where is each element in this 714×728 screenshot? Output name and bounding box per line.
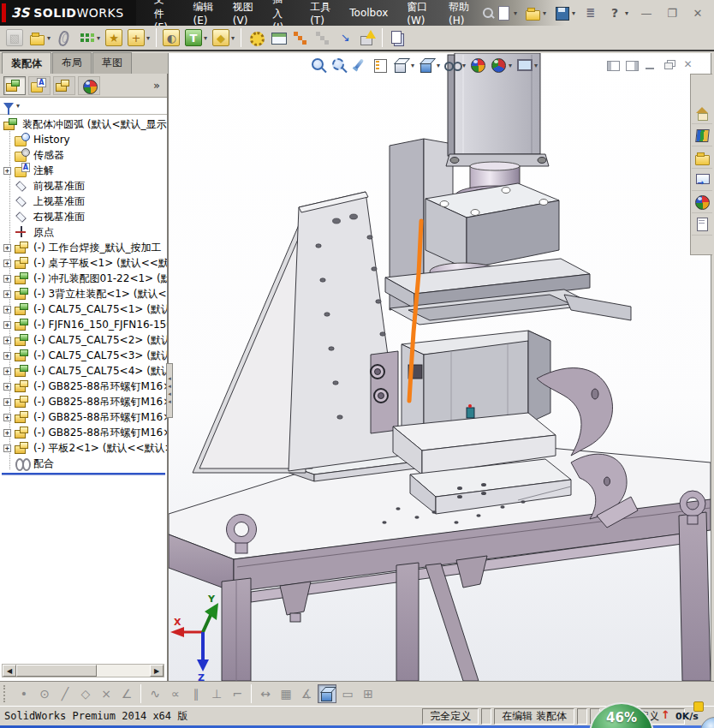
insert-components-button[interactable]: ▾ [27,27,52,48]
toolbar-grip[interactable] [3,685,9,702]
configurationmanager-tab[interactable] [53,76,75,95]
doc-close-icon[interactable]: ✕ [680,58,696,72]
angle-relation-icon[interactable]: ∠ [117,684,136,703]
concentric-relation-icon[interactable]: ⊙ [35,684,54,703]
tree-item-10[interactable]: +(-) 冲孔装配图01-22<1> (默 [0,271,167,286]
custom-properties-button[interactable] [692,213,712,236]
tree-item-18[interactable]: +(-) GB825-88吊环螺钉M16×2 [0,394,167,409]
panel-splitter-handle[interactable]: ◂◂◂◂ [166,363,173,418]
pane-right-icon[interactable] [623,58,640,72]
dropdown-caret-icon[interactable]: ▾ [543,9,546,17]
corner-relation-icon[interactable]: ⌐ [228,684,247,703]
filter-caret-icon[interactable]: ▾ [16,102,20,110]
expand-icon[interactable]: + [3,352,11,360]
menu-item-5[interactable]: Toolbox [340,3,397,23]
tree-item-14[interactable]: +(-) CAL75_CAL75<2> (默认< [0,332,167,348]
pierce-relation-icon[interactable]: ∝ [166,684,185,703]
tree-item-16[interactable]: +(-) CAL75_CAL75<4> (默认< [0,363,167,379]
instant3d-button[interactable]: ↘ [335,27,355,48]
expand-icon[interactable]: + [3,321,11,329]
assembly-features-button[interactable]: T▾ [183,27,209,48]
expand-icon[interactable]: + [3,260,11,267]
expand-icon[interactable]: + [3,445,11,452]
design-library-button[interactable] [692,124,712,146]
expand-icon[interactable]: + [3,275,11,283]
expand-icon[interactable]: + [3,167,11,175]
panel-h-scrollbar[interactable]: ◀ ▶ [2,664,164,677]
tree-item-9[interactable]: +(-) 桌子平板<1> (默认<<默 [0,255,167,271]
tree-item-7[interactable]: 原点 [0,224,167,240]
polygon-icon[interactable]: ◇ [76,684,95,703]
zoom-area-button[interactable] [330,56,348,75]
scroll-right-button[interactable]: ▶ [150,665,164,677]
tree-item-12[interactable]: +(-) CAL75_CAL75<1> (默认< [0,301,167,317]
bill-of-materials-button[interactable] [268,27,289,48]
linear-component-pattern-button[interactable]: ▾ [76,27,102,48]
grid-snap-icon[interactable]: ▦ [277,684,295,703]
help-button[interactable]: ?▾ [604,3,630,23]
doc-minimize-icon[interactable] [642,58,658,72]
previous-view-button[interactable] [350,56,369,75]
dimension-icon[interactable]: ↔ [256,684,275,703]
dropdown-caret-icon[interactable]: ▾ [534,62,538,69]
model-3d-view[interactable]: X Y Z [169,53,711,681]
tree-item-4[interactable]: 前视基准面 [0,178,167,194]
expand-icon[interactable]: + [3,306,11,313]
displaymanager-tab[interactable] [78,76,100,95]
expand-icon[interactable]: + [3,398,11,406]
tangent-relation-icon[interactable]: ∿ [146,684,164,703]
delete-relation-icon[interactable]: × [97,684,116,703]
exploded-view-button[interactable] [290,27,311,48]
tree-item-22[interactable]: 配合 [0,456,167,471]
save-button[interactable]: ▾ [551,3,577,23]
apply-scene-button[interactable]: ▾ [489,56,513,75]
panel-chevron-icon[interactable]: » [150,79,164,92]
dropdown-caret-icon[interactable]: ▾ [572,9,575,17]
tree-item-13[interactable]: +(-) FJFN16_150_FJFN16-150 [0,317,167,332]
motion-study-button[interactable] [246,27,266,48]
close-button[interactable]: ✕ [687,5,709,21]
appearances-scenes-button[interactable] [692,191,712,213]
display-style-button[interactable]: ▾ [417,56,441,75]
section-view-button[interactable] [371,56,390,75]
expand-icon[interactable]: + [3,337,11,344]
zoom-fit-button[interactable] [309,56,328,75]
sketch-line-icon[interactable]: ╱ [56,684,74,703]
tab-草图[interactable]: 草图 [92,52,132,74]
search-icon[interactable] [479,5,491,21]
open-button[interactable]: ▾ [522,3,548,23]
tree-item-21[interactable]: +(-) 平板2<1> (默认<<默认> [0,440,167,456]
file-explorer-button[interactable] [692,146,712,169]
edit-component-button[interactable]: ▧ [4,27,25,48]
assembly-visualization-button[interactable] [387,27,408,48]
dropdown-caret-icon[interactable]: ▾ [97,34,100,42]
interference-detection-button[interactable] [357,27,378,48]
doc-restore-icon[interactable] [661,58,677,72]
dropdown-caret-icon[interactable]: ▾ [411,62,414,69]
dropdown-caret-icon[interactable]: ▾ [437,62,440,69]
show-hidden-components-button[interactable]: ◐ [161,27,181,48]
tree-item-20[interactable]: +(-) GB825-88吊环螺钉M16×2 [0,425,167,440]
restore-button[interactable]: ❐ [661,5,683,21]
angle-dimension-icon[interactable]: ∡ [297,684,316,703]
propertymanager-tab[interactable] [28,76,51,95]
view-orientation-button[interactable]: ▾ [391,56,415,75]
filter-funnel-icon[interactable] [3,103,14,110]
dropdown-caret-icon[interactable]: ▾ [47,34,51,42]
shaded-view-cube-icon[interactable] [318,684,336,703]
dropdown-caret-icon[interactable]: ▾ [509,62,512,69]
move-component-button[interactable]: +▾ [126,27,152,48]
tree-item-2[interactable]: 传感器 [0,147,167,163]
rollback-bar[interactable] [2,473,165,475]
viewport-single-icon[interactable]: ▭ [338,684,357,703]
scroll-thumb[interactable] [16,665,97,677]
tree-item-6[interactable]: 右视基准面 [0,209,167,224]
scroll-track[interactable] [97,665,150,677]
mate-button[interactable] [54,27,74,48]
tree-item-17[interactable]: +(-) GB825-88吊环螺钉M16×2 [0,379,167,394]
expand-icon[interactable]: + [3,414,11,421]
tree-item-3[interactable]: +注解 [0,163,167,178]
expand-icon[interactable]: + [3,383,11,391]
smart-fasteners-button[interactable]: ★ [104,27,124,48]
tree-item-1[interactable]: History [0,132,167,147]
